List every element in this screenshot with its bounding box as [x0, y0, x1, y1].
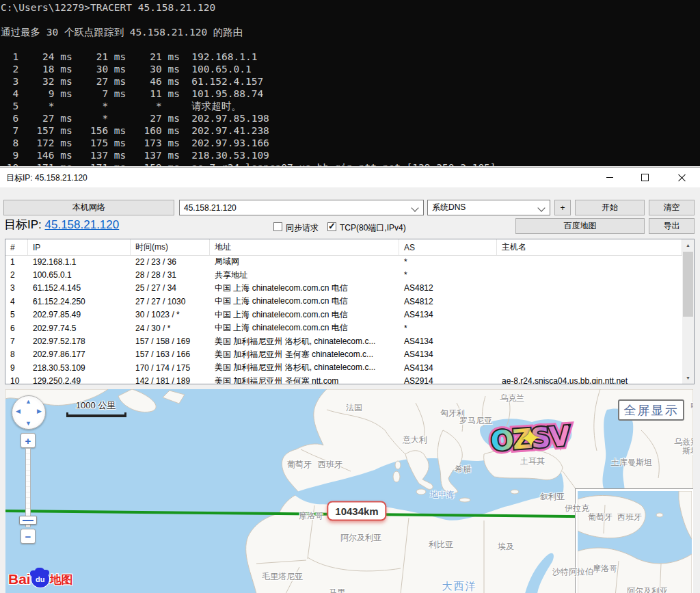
start-button[interactable]: 开始	[575, 200, 645, 215]
local-network-button[interactable]: 本机网络	[3, 200, 174, 215]
map-label: 叙利亚	[540, 492, 565, 501]
chevron-down-icon[interactable]	[411, 204, 418, 211]
table-cell: *	[399, 268, 497, 281]
column-header[interactable]: 时间(ms)	[131, 239, 210, 255]
column-header[interactable]: AS	[399, 239, 497, 255]
map-label: 希腊	[455, 465, 471, 474]
table-cell: 202.97.86.177	[28, 348, 131, 361]
table-cell: AS4134	[399, 308, 497, 321]
pan-down-icon[interactable]: ▼	[25, 420, 31, 427]
table-row[interactable]: 7202.97.52.178157 / 158 / 169美国 加利福尼亚州 洛…	[5, 334, 682, 347]
table-cell: 3	[5, 282, 28, 295]
table-cell: AS2914	[399, 375, 497, 384]
chevron-down-icon[interactable]	[537, 204, 545, 211]
map-label: 意大利	[403, 436, 427, 445]
table-cell: 中国 上海 chinatelecom.com.cn 电信	[210, 308, 399, 321]
overview-inset-map[interactable]: 葡萄牙西班牙摩洛哥阿尔及利亚	[575, 488, 693, 593]
minimize-button[interactable]	[594, 168, 625, 187]
table-row[interactable]: 6202.97.74.524 / 30 / *中国 上海 chinateleco…	[5, 321, 682, 334]
scroll-up-icon[interactable]: ▲	[682, 239, 694, 251]
inset-content: 葡萄牙西班牙摩洛哥阿尔及利亚	[578, 491, 692, 593]
titlebar: 目标IP: 45.158.21.120	[0, 168, 700, 187]
map-label: 埃及	[498, 542, 514, 551]
tcp-checkbox[interactable]	[327, 222, 336, 231]
table-cell: 美国 加利福尼亚州 洛杉矶, chinatelecom.c...	[210, 361, 399, 374]
table-row[interactable]: 8202.97.86.177157 / 163 / 166美国 加利福尼亚州 圣…	[5, 348, 682, 361]
table-cell: ae-8.r24.snjsca04.us.bb.gin.ntt.net	[497, 375, 682, 384]
table-cell: 6	[5, 321, 28, 334]
table-cell: 美国 加利福尼亚州 圣何塞 ntt.com	[210, 375, 399, 384]
dns-combobox[interactable]: 系统DNS	[427, 200, 550, 215]
pan-control[interactable]: ▲ ▼ ◀ ▶	[12, 395, 46, 430]
map-label: 马里	[329, 588, 345, 593]
map[interactable]: 10434km OZSV OZSV OZSV ✦ ▲ ▼ ◀ ▶ + − 100…	[5, 389, 693, 593]
map-label: 伊拉克	[565, 504, 589, 513]
table-cell: 8	[5, 348, 28, 361]
minimize-icon	[606, 177, 613, 178]
map-label: 乌兹别克 斯坦	[674, 438, 693, 456]
sync-request-label: 同步请求	[286, 222, 319, 234]
target-ip-combobox[interactable]: 45.158.21.120	[179, 200, 424, 215]
table-cell: 局域网	[210, 255, 399, 268]
sync-request-checkbox[interactable]	[273, 222, 282, 231]
zoom-in-button[interactable]: +	[21, 433, 36, 448]
target-ip-link[interactable]: 45.158.21.120	[45, 218, 120, 231]
map-label: 法国	[346, 404, 362, 412]
scroll-down-icon[interactable]: ▼	[682, 372, 694, 384]
tcp-label: TCP(80端口,IPv4)	[340, 222, 406, 234]
clear-button[interactable]: 清空	[649, 200, 695, 215]
baidu-map-text: 地图	[50, 572, 73, 588]
map-label: 西班牙	[617, 513, 642, 522]
close-icon	[678, 174, 686, 181]
pan-right-icon[interactable]: ▶	[37, 408, 42, 414]
scale-bar	[66, 412, 126, 417]
table-cell: 142 / 181 / 189	[131, 375, 210, 384]
table-cell: 61.152.4.145	[28, 282, 131, 295]
table-cell: 10	[5, 375, 28, 384]
table-row[interactable]: 461.152.24.25027 / 27 / 1030中国 上海 chinat…	[5, 295, 682, 308]
table-cell: 7	[5, 334, 28, 347]
table-cell	[497, 268, 682, 281]
table-row[interactable]: 10129.250.2.49142 / 181 / 189美国 加利福尼亚州 圣…	[5, 375, 682, 384]
pan-left-icon[interactable]: ◀	[16, 408, 21, 414]
table-cell: 170 / 174 / 175	[131, 361, 210, 374]
table-cell: *	[399, 321, 497, 334]
maximize-button[interactable]	[630, 168, 660, 187]
close-button[interactable]	[667, 168, 697, 187]
map-label: 哈萨克斯坦	[690, 401, 693, 410]
table-cell: 2	[5, 268, 28, 281]
hops-table: #IP时间(ms)地址AS主机名 1192.168.1.122 / 23 / 3…	[5, 239, 695, 384]
pan-up-icon[interactable]: ▲	[25, 398, 31, 405]
zoom-slider-handle[interactable]	[19, 516, 37, 525]
table-row[interactable]: 361.152.4.14525 / 27 / 34中国 上海 chinatele…	[5, 282, 682, 295]
table-cell: AS4134	[399, 361, 497, 374]
table-row[interactable]: 5202.97.85.4930 / 1023 / *中国 上海 chinatel…	[5, 308, 682, 321]
target-ip-line: 目标IP: 45.158.21.120	[4, 217, 119, 233]
map-label: 土库曼斯坦	[611, 458, 652, 467]
map-label: 土耳其	[520, 457, 545, 466]
column-header[interactable]: 地址	[210, 239, 399, 255]
table-cell	[497, 282, 682, 295]
table-cell: 27 / 27 / 1030	[131, 295, 210, 308]
vertical-scrollbar[interactable]: ▲ ▼	[682, 239, 694, 384]
table-row[interactable]: 1192.168.1.122 / 23 / 36局域网*	[5, 255, 682, 268]
table-row[interactable]: 2100.65.0.128 / 28 / 31共享地址*	[5, 268, 682, 281]
table-cell: 28 / 28 / 31	[131, 268, 210, 281]
column-header[interactable]: #	[5, 239, 28, 255]
inset-land-shapes	[578, 491, 692, 593]
scale-text: 1000 公里	[76, 399, 116, 412]
column-header[interactable]: 主机名	[497, 239, 682, 255]
scrollbar-thumb[interactable]	[683, 252, 693, 317]
table-cell: 30 / 1023 / *	[131, 308, 210, 321]
table-header: #IP时间(ms)地址AS主机名	[5, 239, 682, 256]
add-button[interactable]: +	[554, 200, 571, 215]
table-cell	[497, 334, 682, 347]
export-button[interactable]: 导出	[649, 218, 695, 234]
baidu-map-button[interactable]: 百度地图	[515, 218, 645, 234]
table-row[interactable]: 9218.30.53.109170 / 174 / 175美国 加利福尼亚州 洛…	[5, 361, 682, 374]
table-cell: *	[399, 255, 497, 268]
fullscreen-button[interactable]: 全屏显示	[618, 399, 684, 421]
zoom-out-button[interactable]: −	[21, 529, 36, 544]
map-label: 阿尔及利亚	[627, 587, 668, 593]
column-header[interactable]: IP	[28, 239, 131, 255]
